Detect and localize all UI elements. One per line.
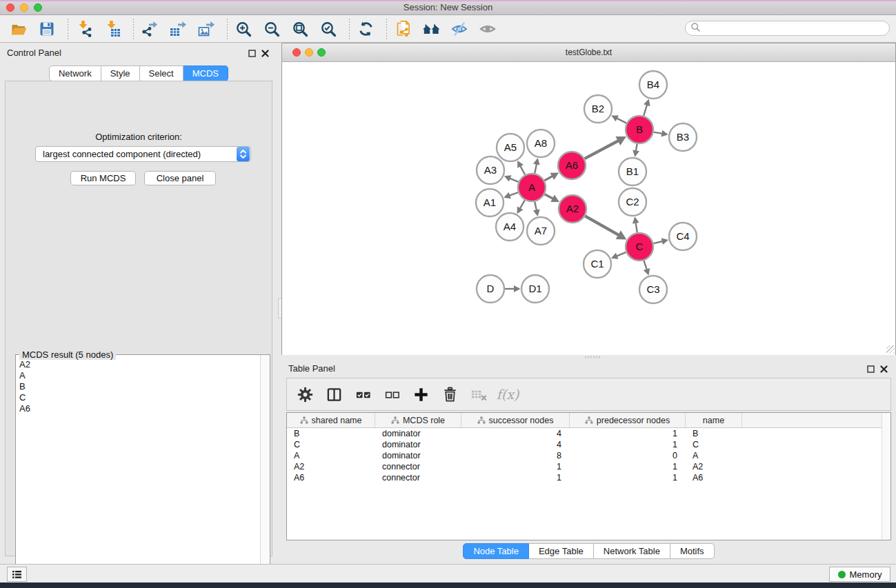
edge-A-A6[interactable] (544, 176, 552, 181)
edge-C-C2[interactable] (636, 223, 637, 233)
cell-MCDS-role[interactable]: connector (375, 473, 461, 483)
network-graph[interactable]: B4B2BB3A5A8A6B1A3AC2A1A2A4A7C4CC1DD1C3 (282, 62, 895, 355)
edge-A-A7[interactable] (535, 202, 537, 211)
cell-successor-nodes[interactable]: 4 (461, 440, 570, 449)
cell-shared-name[interactable]: A (287, 451, 375, 460)
zoom-selected-icon[interactable] (319, 19, 338, 39)
network-canvas[interactable]: B4B2BB3A5A8A6B1A3AC2A1A2A4A7C4CC1DD1C3 (282, 62, 895, 355)
float-panel-icon[interactable] (867, 363, 875, 376)
show-columns-icon[interactable] (324, 385, 344, 404)
result-item[interactable]: A6 (19, 403, 261, 414)
tab-network[interactable]: Network (49, 65, 101, 81)
column-header-MCDS-role[interactable]: MCDS role (375, 413, 461, 427)
tab-style[interactable]: Style (101, 65, 140, 81)
edge-A6-B[interactable] (585, 141, 619, 159)
mcds-result-list[interactable]: A2ABCA6 (17, 359, 261, 587)
edge-A-A5[interactable] (520, 165, 525, 174)
network-window-titlebar[interactable]: testGlobe.txt (282, 43, 895, 62)
tab-motifs[interactable]: Motifs (670, 543, 715, 559)
table-row[interactable]: Bdominator41B (287, 428, 890, 439)
edge-B-B4[interactable] (644, 105, 647, 116)
cell-MCDS-role[interactable]: dominator (375, 451, 461, 460)
edge-B-B1[interactable] (636, 144, 637, 152)
cell-predecessor-nodes[interactable]: 1 (570, 440, 686, 449)
zoom-in-icon[interactable] (234, 19, 253, 39)
cell-MCDS-role[interactable]: dominator (375, 440, 461, 449)
edge-A-A4[interactable] (520, 200, 525, 208)
tab-select[interactable]: Select (140, 65, 183, 81)
edge-C-C1[interactable] (617, 252, 626, 256)
show-all-icon[interactable] (478, 19, 497, 39)
table-row[interactable]: A6connector11A6 (287, 472, 890, 483)
cell-MCDS-role[interactable]: dominator (375, 429, 461, 438)
edge-C-C4[interactable] (653, 241, 662, 243)
hide-selected-icon[interactable] (450, 19, 469, 39)
table-row[interactable]: Adominator80A (287, 450, 890, 461)
edge-B-B3[interactable] (654, 132, 663, 134)
close-panel-button[interactable]: Close panel (144, 171, 216, 185)
zoom-out-icon[interactable] (262, 19, 281, 39)
cell-predecessor-nodes[interactable]: 1 (570, 462, 686, 472)
cell-name[interactable]: C (686, 440, 742, 449)
result-scrollbar[interactable] (260, 355, 270, 588)
tab-mcds[interactable]: MCDS (183, 65, 228, 81)
delete-columns-icon[interactable] (440, 385, 459, 404)
open-file-icon[interactable] (9, 19, 28, 39)
close-panel-icon[interactable] (261, 48, 269, 60)
export-network-icon[interactable] (140, 19, 159, 39)
select-all-checkboxes-icon[interactable] (353, 385, 372, 404)
edge-A-A2[interactable] (545, 194, 553, 199)
edge-A-A1[interactable] (509, 192, 518, 196)
import-table-icon[interactable] (103, 19, 122, 39)
edge-A2-C[interactable] (585, 216, 619, 235)
column-header-shared-name[interactable]: shared name (287, 413, 375, 427)
network-resize-grip[interactable] (886, 345, 895, 354)
zoom-fit-icon[interactable] (290, 19, 310, 39)
cell-name[interactable]: A (686, 451, 742, 460)
cell-name[interactable]: A6 (686, 473, 742, 483)
deselect-all-checkboxes-icon[interactable] (382, 385, 401, 404)
import-network-icon[interactable] (74, 19, 94, 39)
float-panel-icon[interactable] (248, 48, 256, 60)
cell-predecessor-nodes[interactable]: 1 (570, 429, 686, 438)
run-mcds-button[interactable]: Run MCDS (70, 171, 136, 185)
export-image-icon[interactable] (197, 19, 216, 39)
memory-button[interactable]: Memory (829, 567, 890, 582)
tab-node-table[interactable]: Node Table (463, 543, 529, 559)
result-item[interactable]: A2 (19, 359, 261, 370)
column-header-name[interactable]: name (686, 413, 742, 427)
cell-predecessor-nodes[interactable]: 0 (570, 451, 686, 460)
first-neighbors-icon[interactable] (421, 19, 441, 39)
task-history-button[interactable] (7, 567, 27, 582)
export-table-icon[interactable] (168, 19, 188, 39)
cell-shared-name[interactable]: A2 (287, 462, 375, 472)
table-row[interactable]: A2connector11A2 (287, 461, 890, 472)
cell-MCDS-role[interactable]: connector (375, 462, 461, 472)
search-field[interactable] (685, 21, 890, 36)
refresh-icon[interactable] (356, 19, 375, 39)
table-row[interactable]: Cdominator41C (287, 439, 890, 450)
cell-shared-name[interactable]: A6 (287, 473, 375, 483)
cell-shared-name[interactable]: C (287, 440, 375, 449)
cell-predecessor-nodes[interactable]: 1 (570, 473, 686, 483)
edge-A-A8[interactable] (535, 163, 537, 173)
tab-edge-table[interactable]: Edge Table (529, 543, 594, 559)
cell-shared-name[interactable]: B (287, 429, 375, 438)
column-header-successor-nodes[interactable]: successor nodes (461, 413, 570, 427)
cell-successor-nodes[interactable]: 1 (461, 462, 570, 472)
cell-successor-nodes[interactable]: 8 (461, 451, 570, 460)
create-new-column-icon[interactable] (411, 385, 430, 404)
close-panel-icon[interactable] (880, 363, 888, 376)
cell-name[interactable]: A2 (686, 462, 742, 472)
table-options-gear-icon[interactable] (295, 385, 315, 404)
result-item[interactable]: A (19, 370, 261, 381)
cell-name[interactable]: B (686, 429, 742, 438)
edge-C-C3[interactable] (644, 261, 646, 270)
edge-B-B2[interactable] (617, 118, 626, 123)
criterion-dropdown[interactable]: largest connected component (directed) (35, 146, 251, 162)
search-input[interactable] (701, 21, 889, 35)
edge-A-A3[interactable] (510, 179, 519, 182)
result-item[interactable]: B (19, 381, 261, 392)
new-network-from-selection-icon[interactable] (393, 19, 412, 39)
tab-network-table[interactable]: Network Table (594, 543, 670, 559)
